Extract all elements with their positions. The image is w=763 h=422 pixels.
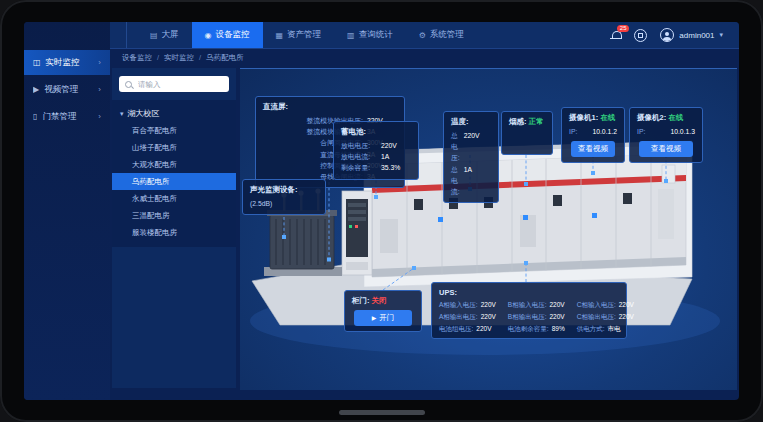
breadcrumb-separator: /: [157, 53, 159, 63]
open-door-icon: ▶: [372, 315, 377, 321]
tree-root-campus[interactable]: ▾ 湖大校区: [112, 105, 236, 122]
field-label: 供电方式:: [577, 325, 605, 332]
user-menu[interactable]: admin001 ▾: [660, 28, 723, 42]
device-home-bar: [339, 410, 425, 415]
field-value: 220V: [464, 130, 491, 164]
tree-item-station[interactable]: 百合亭配电所: [112, 122, 236, 139]
breadcrumb: 设备监控 / 实时监控 / 乌药配电所: [122, 53, 244, 63]
field-value: 220V: [619, 301, 634, 308]
chevron-right-icon: ›: [98, 85, 101, 94]
nav-tab-system-management[interactable]: ⚙ 系统管理: [406, 22, 477, 48]
field-label: C相输入电压:: [577, 301, 616, 308]
tree-item-station-selected[interactable]: 乌药配电所: [112, 173, 236, 190]
field-value: 220V: [481, 313, 496, 320]
field-label: B相输出电压:: [508, 313, 547, 320]
caret-down-icon: ▾: [120, 110, 124, 118]
tree-item-station[interactable]: 三温配电房: [112, 207, 236, 224]
nav-tab-query-statistics[interactable]: ▥ 查询统计: [334, 22, 406, 48]
battery-title: 蓄电池:: [341, 127, 411, 137]
field-label: A相输入电压:: [439, 301, 478, 308]
camera1-ip: 10.0.1.2: [592, 126, 617, 137]
tree-root-label: 湖大校区: [128, 108, 160, 119]
door-icon: ▯: [33, 112, 37, 121]
chevron-right-icon: ›: [98, 58, 101, 67]
open-door-button[interactable]: ▶开门: [354, 310, 411, 326]
sound-monitor-title: 声光监测设备:: [250, 185, 318, 195]
caret-down-icon: ▾: [719, 31, 723, 39]
field-label: 电池剩余容量:: [508, 325, 549, 332]
nav-tab-label: 查询统计: [359, 29, 393, 41]
door-status: 关闭: [372, 296, 387, 305]
tree-search[interactable]: [119, 76, 229, 92]
field-value: 220V: [476, 325, 491, 332]
sidebar-item-label: 实时监控: [46, 57, 80, 69]
camera1-status: 在线: [600, 113, 615, 122]
breadcrumb-part[interactable]: 乌药配电所: [206, 53, 244, 63]
field-value: 220V: [550, 313, 565, 320]
breadcrumb-part[interactable]: 设备监控: [122, 53, 152, 63]
monitor-icon: ◉: [205, 31, 212, 40]
nav-tab-label: 资产管理: [287, 29, 321, 41]
camera2-annotation: 摄像机2: 在线 IP:10.0.1.3 查看视频: [629, 107, 703, 163]
field-value: 220V: [550, 301, 565, 308]
camera2-title: 摄像机2: 在线: [637, 113, 695, 123]
tree-item-station[interactable]: 大观水配电所: [112, 156, 236, 173]
tree-item-station[interactable]: 服装楼配电房: [112, 224, 236, 241]
avatar: [660, 28, 674, 42]
field-label: 总电压:: [451, 130, 460, 164]
sidebar-item-access-control[interactable]: ▯ 门禁管理 ›: [24, 104, 110, 129]
nav-tab-label: 大屏: [162, 29, 179, 41]
search-icon: [125, 81, 132, 88]
door-title: 柜门: 关闭: [352, 296, 414, 306]
field-value: 89%: [552, 325, 565, 332]
battery-annotation: 蓄电池: 放电电压:220V 放电电流:1A 剩余容量:35.3%: [333, 121, 419, 180]
sidebar-item-label: 视频管理: [44, 84, 78, 96]
meter-title: 温度:: [451, 117, 491, 127]
stats-icon: ▥: [347, 31, 355, 40]
realtime-monitor-icon: ◫: [33, 58, 41, 67]
sidebar-item-realtime-monitoring[interactable]: ◫ 实时监控 ›: [24, 50, 110, 75]
main-3d-view: 直流屏: 整流模块输出电压:220V 整流模块输出电流:3A 合闸回路电压:30…: [240, 68, 737, 390]
field-value: 1A: [464, 164, 491, 198]
field-value: 220V: [481, 301, 496, 308]
tree-item-station[interactable]: 山塔子配电所: [112, 139, 236, 156]
nav-tab-equipment-monitoring[interactable]: ◉ 设备监控: [192, 22, 263, 48]
sidebar: ◫ 实时监控 › ▶ 视频管理 › ▯ 门禁管理 ›: [24, 22, 110, 400]
sound-monitor-annotation: 声光监测设备: (2.5dB): [242, 179, 326, 215]
sound-monitor-value: (2.5dB): [250, 198, 318, 209]
app-window: ◫ 实时监控 › ▶ 视频管理 › ▯ 门禁管理 ›: [24, 22, 739, 400]
gear-icon: ⚙: [419, 31, 426, 40]
camera2-status: 在线: [668, 113, 683, 122]
nav-tab-asset-management[interactable]: ▦ 资产管理: [263, 22, 335, 48]
sidebar-item-video-management[interactable]: ▶ 视频管理 ›: [24, 77, 110, 102]
meter-annotation: 温度: 总电压:220V 总电流:1A: [443, 111, 499, 203]
field-label: 电池组电压:: [439, 325, 473, 332]
ip-label: IP:: [569, 126, 588, 137]
topbar-right: 25 admin001 ▾: [611, 28, 739, 42]
field-label: 放电电流:: [341, 151, 377, 162]
field-value: 220V: [619, 313, 634, 320]
fullscreen-icon[interactable]: [634, 29, 647, 42]
field-value: 1A: [381, 151, 411, 162]
breadcrumb-part[interactable]: 实时监控: [164, 53, 194, 63]
top-nav-bar: ▤ 大屏 ◉ 设备监控 ▦ 资产管理 ▥ 查询统计 ⚙ 系统管理: [110, 22, 739, 49]
view-video-button[interactable]: 查看视频: [639, 141, 692, 157]
smoke-sensor-annotation: 烟感: 正常: [501, 111, 553, 155]
asset-icon: ▦: [276, 31, 284, 40]
cabinet-door-annotation: 柜门: 关闭 ▶开门: [344, 290, 422, 332]
device-frame: ◫ 实时监控 › ▶ 视频管理 › ▯ 门禁管理 ›: [0, 0, 763, 422]
tree-item-station[interactable]: 永威士配电所: [112, 190, 236, 207]
dc-panel-title: 直流屏:: [263, 102, 397, 112]
chevron-right-icon: ›: [98, 112, 101, 121]
notifications-bell-icon[interactable]: 25: [611, 30, 621, 40]
camera1-title: 摄像机1: 在线: [569, 113, 617, 123]
breadcrumb-separator: /: [199, 53, 201, 63]
username: admin001: [679, 31, 714, 40]
ups-title: UPS:: [439, 288, 619, 297]
nav-tab-bigscreen[interactable]: ▤ 大屏: [137, 22, 192, 48]
field-value: 市电: [608, 325, 621, 332]
search-input[interactable]: [136, 79, 223, 90]
field-value: 35.3%: [381, 162, 411, 173]
view-video-button[interactable]: 查看视频: [571, 141, 615, 157]
camera2-ip: 10.0.1.3: [670, 126, 695, 137]
